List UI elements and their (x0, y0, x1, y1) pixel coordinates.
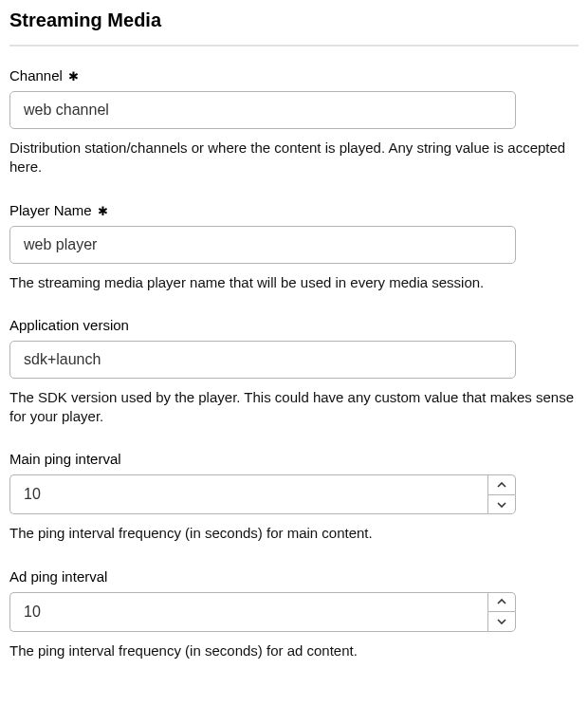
channel-help: Distribution station/channels or where t… (9, 139, 579, 177)
ad-ping-label: Ad ping interval (9, 568, 579, 585)
main-ping-help: The ping interval frequency (in seconds)… (9, 524, 579, 543)
ad-ping-help: The ping interval frequency (in seconds)… (9, 641, 579, 660)
ad-ping-stepper-buttons (487, 592, 516, 632)
chevron-up-icon (497, 599, 506, 604)
required-icon: ✱ (98, 205, 108, 217)
field-channel: Channel ✱ Distribution station/channels … (9, 67, 579, 177)
player-name-input[interactable] (9, 226, 516, 264)
chevron-down-icon (497, 502, 506, 508)
chevron-down-icon (497, 619, 506, 624)
ad-ping-stepper (9, 592, 516, 632)
main-ping-stepper-buttons (487, 474, 516, 514)
player-name-label-text: Player Name (9, 202, 92, 218)
main-ping-step-down[interactable] (487, 494, 516, 515)
main-ping-label: Main ping interval (9, 451, 579, 467)
player-name-label: Player Name ✱ (9, 202, 579, 218)
app-version-label: Application version (9, 317, 579, 333)
ad-ping-label-text: Ad ping interval (9, 568, 107, 585)
ad-ping-step-up[interactable] (487, 592, 516, 612)
player-name-help: The streaming media player name that wil… (9, 273, 579, 292)
main-ping-stepper (9, 474, 516, 514)
app-version-label-text: Application version (9, 317, 129, 333)
main-ping-label-text: Main ping interval (9, 451, 121, 467)
field-ad-ping: Ad ping interval The ping interval frequ… (9, 568, 579, 660)
channel-label-text: Channel (9, 67, 63, 84)
ad-ping-step-down[interactable] (487, 611, 516, 632)
main-ping-step-up[interactable] (487, 474, 516, 494)
required-icon: ✱ (68, 70, 79, 83)
chevron-up-icon (497, 482, 506, 488)
ad-ping-input[interactable] (9, 592, 487, 632)
field-player-name: Player Name ✱ The streaming media player… (9, 202, 579, 292)
channel-input[interactable] (9, 91, 516, 129)
field-main-ping: Main ping interval The ping interval fre… (9, 451, 579, 543)
field-app-version: Application version The SDK version used… (9, 317, 579, 427)
section-title: Streaming Media (9, 9, 579, 46)
app-version-help: The SDK version used by the player. This… (9, 388, 579, 427)
main-ping-input[interactable] (9, 474, 487, 514)
app-version-input[interactable] (9, 341, 516, 379)
channel-label: Channel ✱ (9, 67, 579, 84)
